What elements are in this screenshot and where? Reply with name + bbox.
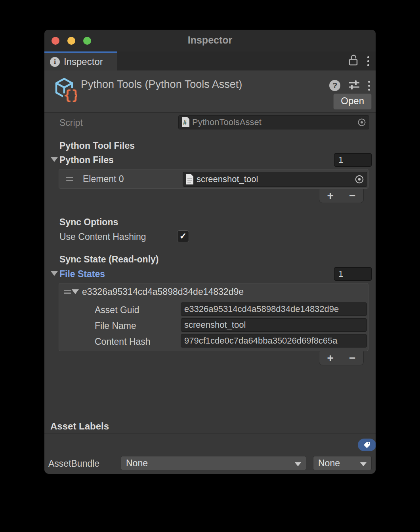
window-titlebar[interactable]: Inspector xyxy=(44,30,376,51)
file-states-size-field[interactable]: 1 xyxy=(334,267,372,281)
element-row[interactable]: Element 0 screenshot_tool xyxy=(59,169,368,188)
info-icon: i xyxy=(50,57,60,67)
file-states-foldout-icon[interactable] xyxy=(51,271,58,276)
help-icon[interactable]: ? xyxy=(329,80,340,91)
element-value: screenshot_tool xyxy=(197,174,258,184)
tab-inspector[interactable]: i Inspector xyxy=(44,51,117,70)
tab-label: Inspector xyxy=(64,56,103,67)
tab-bar: i Inspector xyxy=(44,51,376,70)
script-object-field[interactable]: # PythonToolsAsset xyxy=(178,115,369,129)
entry-foldout-icon[interactable] xyxy=(72,289,79,294)
asset-labels-title: Asset Labels xyxy=(50,421,109,432)
content-hash-field[interactable]: 979cf1cde0c7da64bba35026d69f8c65a xyxy=(181,334,367,348)
text-asset-icon xyxy=(185,174,194,185)
inspector-window: Inspector i Inspector {} xyxy=(44,30,376,474)
drag-handle-icon[interactable] xyxy=(64,288,71,295)
csharp-script-icon: # xyxy=(181,117,191,128)
sync-options-heading: Sync Options xyxy=(59,217,118,228)
file-states-foldout-label[interactable]: File States xyxy=(59,269,105,279)
chevron-down-icon xyxy=(360,462,367,466)
script-label: Script xyxy=(59,118,83,128)
remove-element-button[interactable]: − xyxy=(349,190,355,202)
assetbundle-dropdown[interactable]: None xyxy=(121,456,306,470)
file-states-list: e3326a95314cd4a5898d34de14832d9e Asset G… xyxy=(59,283,368,351)
add-label-tag-button[interactable] xyxy=(358,439,376,451)
tab-menu-kebab-icon[interactable] xyxy=(367,56,369,66)
drag-handle-icon[interactable] xyxy=(66,175,73,182)
object-picker-icon[interactable] xyxy=(357,118,367,127)
assetbundle-label: AssetBundle xyxy=(48,458,99,469)
content-hash-value: 979cf1cde0c7da64bba35026d69f8c65a xyxy=(184,336,338,346)
entry-guid-title: e3326a95314cd4a5898d34de14832d9e xyxy=(82,287,244,297)
object-picker-icon[interactable] xyxy=(354,174,365,184)
assetbundle-variant-value: None xyxy=(318,458,340,469)
element-label: Element 0 xyxy=(83,174,124,184)
asset-guid-label: Asset Guid xyxy=(95,305,139,315)
presets-icon[interactable] xyxy=(348,79,360,92)
file-state-entry-header[interactable]: e3326a95314cd4a5898d34de14832d9e xyxy=(59,283,368,300)
asset-guid-value: e3326a95314cd4a5898d34de14832d9e xyxy=(184,304,339,314)
use-content-hashing-checkbox[interactable]: ✓ xyxy=(177,230,189,242)
python-files-list: Element 0 screenshot_tool xyxy=(59,169,368,189)
svg-text:{}: {} xyxy=(63,87,77,103)
component-menu-kebab-icon[interactable] xyxy=(368,81,370,91)
file-states-list-footer: + − xyxy=(319,351,364,365)
python-tools-asset-icon: {} xyxy=(52,76,77,104)
add-element-button[interactable]: + xyxy=(327,190,334,202)
element-object-field[interactable]: screenshot_tool xyxy=(183,172,367,187)
content-hash-label: Content Hash xyxy=(95,336,151,347)
python-files-size-field[interactable]: 1 xyxy=(334,153,372,167)
assetbundle-value: None xyxy=(126,458,148,469)
use-content-hashing-label: Use Content Hashing xyxy=(59,232,146,242)
file-name-label: File Name xyxy=(95,321,136,331)
asset-guid-field[interactable]: e3326a95314cd4a5898d34de14832d9e xyxy=(181,302,367,316)
python-files-foldout-icon[interactable] xyxy=(51,157,58,162)
component-title: Python Tools (Python Tools Asset) xyxy=(81,78,242,91)
svg-text:#: # xyxy=(183,120,187,126)
assetbundle-variant-dropdown[interactable]: None xyxy=(313,456,372,470)
unlock-icon[interactable] xyxy=(348,54,359,68)
component-header: {} Python Tools (Python Tools Asset) ? O… xyxy=(44,70,376,113)
python-files-foldout-label[interactable]: Python Files xyxy=(59,155,114,165)
file-name-value: screenshot_tool xyxy=(184,320,246,330)
window-title: Inspector xyxy=(44,34,376,46)
add-file-state-button[interactable]: + xyxy=(327,352,334,364)
sync-state-heading: Sync State (Read-only) xyxy=(59,254,159,265)
script-value: PythonToolsAsset xyxy=(192,117,262,127)
tag-icon xyxy=(363,441,371,449)
file-name-field[interactable]: screenshot_tool xyxy=(181,318,367,332)
asset-labels-header[interactable]: Asset Labels xyxy=(44,419,376,433)
python-files-list-footer: + − xyxy=(319,189,364,203)
chevron-down-icon xyxy=(295,462,301,466)
python-tool-files-heading: Python Tool Files xyxy=(59,141,135,151)
open-button[interactable]: Open xyxy=(333,93,372,110)
remove-file-state-button[interactable]: − xyxy=(349,352,355,364)
